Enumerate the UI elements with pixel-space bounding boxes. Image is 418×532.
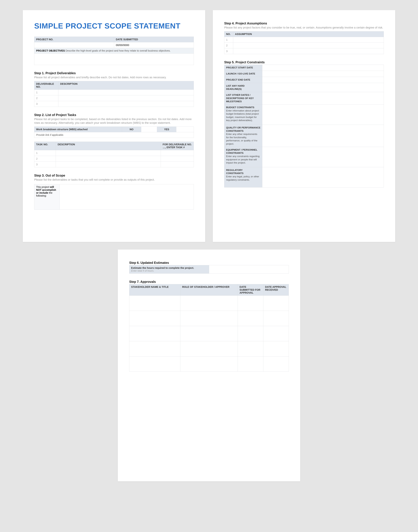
assumption-no: 1 [224, 37, 233, 43]
constraint-value[interactable] [262, 167, 384, 187]
constraint-value[interactable] [262, 77, 384, 83]
table-row: EQUIPMENT / PERSONNEL CONSTRAINTSEnter a… [224, 147, 384, 167]
step3-title: Step 3. Out of Scope [34, 174, 194, 177]
constraint-label: LIST OTHER DATES / DESCRIPTIONS OF KEY M… [224, 92, 262, 104]
deliverable-desc[interactable] [58, 90, 194, 95]
table-row [129, 311, 289, 326]
page-3: Step 6. Updated Estimates Estimate the h… [118, 250, 300, 481]
project-info-table: PROJECT NO. DATE SUBMITTED 00/00/0000 PR… [34, 37, 194, 65]
table-row: BUDGET CONSTRAINTSEnter information abou… [224, 104, 384, 125]
table-row: LAUNCH / GO-LIVE DATE [224, 71, 384, 77]
approval-cell[interactable] [180, 311, 238, 326]
assumption-value[interactable] [233, 48, 384, 54]
task-no-header: TASK NO. [34, 142, 56, 150]
table-row: 2 [34, 156, 194, 162]
table-row: 3 [34, 162, 194, 167]
approval-cell[interactable] [180, 341, 238, 357]
document-title: SIMPLE PROJECT SCOPE STATEMENT [34, 22, 194, 30]
constraint-label: PROJECT START DATE [224, 65, 262, 71]
constraint-value[interactable] [262, 147, 384, 167]
deliverable-no: 3 [34, 101, 58, 107]
approval-cell[interactable] [129, 357, 180, 372]
approval-cell[interactable] [238, 311, 263, 326]
approval-submitted-header: DATE SUBMITTED FOR APPROVAL [238, 284, 263, 296]
deliverable-desc[interactable] [58, 95, 194, 101]
estimate-label-cell: Estimate the hours required to complete … [129, 265, 209, 274]
approval-cell[interactable] [263, 357, 289, 372]
step6-title: Step 6. Updated Estimates [129, 261, 289, 265]
task-desc[interactable] [56, 150, 161, 156]
approval-cell[interactable] [180, 296, 238, 311]
table-row: 1 [224, 37, 384, 43]
task-for-header: FOR DELIVERABLE NO. …, ENTER TASK # [161, 142, 194, 150]
date-submitted-header: DATE SUBMITTED [114, 37, 194, 42]
approval-cell[interactable] [129, 296, 180, 311]
estimate-value[interactable] [209, 265, 289, 274]
deliverable-no: 2 [34, 95, 58, 101]
estimate-label: Estimate the hours required to complete … [131, 266, 194, 269]
wbs-yes-value[interactable] [176, 127, 194, 132]
approval-cell[interactable] [263, 311, 289, 326]
approval-cell[interactable] [238, 341, 263, 357]
table-row [129, 326, 289, 341]
deliverable-desc[interactable] [58, 101, 194, 107]
table-row [129, 341, 289, 357]
assumption-value[interactable] [233, 37, 384, 43]
task-no: 1 [34, 150, 56, 156]
wbs-no-value[interactable] [141, 127, 157, 132]
constraint-label: LAUNCH / GO-LIVE DATE [224, 71, 262, 77]
approval-cell[interactable] [129, 326, 180, 341]
approval-cell[interactable] [263, 341, 289, 357]
approval-received-header: DATE APPROVAL RECEIVED [263, 284, 289, 296]
approval-cell[interactable] [129, 341, 180, 357]
task-desc[interactable] [56, 156, 161, 162]
project-no-value[interactable] [34, 42, 114, 48]
table-row: LIST ANY HARD DEADLINE(S) [224, 83, 384, 92]
wbs-link-hint[interactable]: Provide link if applicable. [34, 132, 194, 138]
approval-cell[interactable] [180, 326, 238, 341]
constraint-value[interactable] [262, 71, 384, 77]
approval-cell[interactable] [263, 326, 289, 341]
step7-title: Step 7. Approvals [129, 280, 289, 284]
objectives-row: PROJECT OBJECTIVES Describe the high-lev… [34, 48, 194, 54]
assumption-no: 2 [224, 43, 233, 48]
tasks-table: TASK NO. DESCRIPTION FOR DELIVERABLE NO.… [34, 142, 194, 167]
oos-value[interactable] [60, 184, 194, 209]
table-row: PROJECT START DATE [224, 65, 384, 71]
constraint-value[interactable] [262, 125, 384, 147]
date-submitted-value[interactable]: 00/00/0000 [114, 42, 194, 48]
project-no-header: PROJECT NO. [34, 37, 114, 42]
approval-cell[interactable] [238, 357, 263, 372]
approval-cell[interactable] [238, 296, 263, 311]
wbs-yes-label: YES [157, 127, 176, 132]
step1-title: Step 1. Project Deliverables [34, 71, 194, 75]
task-for[interactable] [161, 156, 194, 162]
table-row: QUALITY OR PERFORMANCE CONSTRAINTSEnter … [224, 125, 384, 147]
table-row: LIST OTHER DATES / DESCRIPTIONS OF KEY M… [224, 92, 384, 104]
out-of-scope-table: This project will NOT accomplish or incl… [34, 184, 194, 210]
constraint-value[interactable] [262, 65, 384, 71]
step1-desc: Please list all project deliverables and… [34, 76, 194, 79]
step3-desc: Please list the deliverables or tasks th… [34, 178, 194, 182]
approval-cell[interactable] [129, 311, 180, 326]
table-row [129, 357, 289, 372]
approval-role-header: ROLE OF STAKEHOLDER / APPROVER [180, 284, 238, 296]
task-for[interactable] [161, 150, 194, 156]
task-for[interactable] [161, 162, 194, 167]
objectives-value[interactable] [34, 54, 194, 65]
task-desc[interactable] [56, 162, 161, 167]
constraint-value[interactable] [262, 83, 384, 92]
approval-cell[interactable] [238, 326, 263, 341]
table-row: 1 [34, 150, 194, 156]
approval-name-header: STAKEHOLDER NAME & TITLE [129, 284, 180, 296]
constraint-value[interactable] [262, 92, 384, 104]
objectives-label: PROJECT OBJECTIVES [36, 49, 65, 52]
approval-cell[interactable] [180, 357, 238, 372]
approval-cell[interactable] [263, 296, 289, 311]
table-row: 3 [224, 48, 384, 54]
constraints-table: PROJECT START DATELAUNCH / GO-LIVE DATEP… [224, 65, 384, 187]
assumption-value[interactable] [233, 43, 384, 48]
assumptions-table: NO. ASSUMPTION 1 2 3 [224, 31, 384, 54]
deliverables-table: DELIVERABLE NO. DESCRIPTION 1 2 3 [34, 81, 194, 107]
constraint-value[interactable] [262, 104, 384, 125]
